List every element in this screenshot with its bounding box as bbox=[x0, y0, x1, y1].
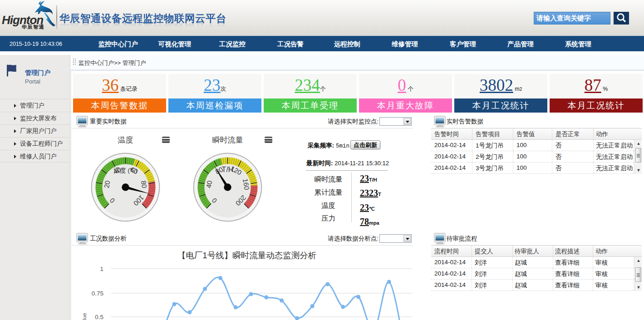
svg-text:80: 80 bbox=[140, 180, 148, 188]
svg-text:40: 40 bbox=[205, 180, 213, 188]
svg-text:温度 (℃): 温度 (℃) bbox=[113, 167, 137, 174]
svg-text:0.75: 0.75 bbox=[92, 290, 103, 297]
svg-text:【电厂1号线】瞬时流量动态监测分析: 【电厂1号线】瞬时流量动态监测分析 bbox=[177, 251, 316, 260]
svg-text:0.5: 0.5 bbox=[95, 314, 103, 320]
svg-text:20: 20 bbox=[103, 180, 111, 188]
svg-text:value: value bbox=[82, 313, 87, 320]
svg-text:T/H: T/H bbox=[222, 166, 234, 173]
svg-text:1: 1 bbox=[100, 266, 103, 272]
